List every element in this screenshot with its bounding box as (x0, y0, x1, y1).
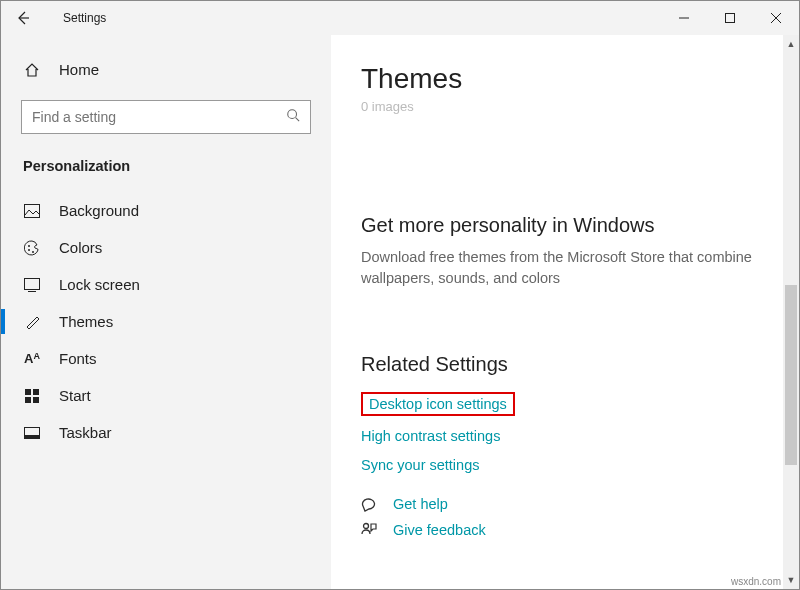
svg-point-7 (28, 245, 30, 247)
maximize-icon (725, 13, 735, 23)
maximize-button[interactable] (707, 1, 753, 35)
partial-scroll-text: 0 images (361, 99, 769, 114)
scrollbar[interactable]: ▲ ▼ (783, 35, 799, 589)
home-link[interactable]: Home (1, 53, 331, 86)
svg-rect-12 (25, 389, 31, 395)
related-heading: Related Settings (361, 353, 769, 376)
svg-rect-13 (33, 389, 39, 395)
close-button[interactable] (753, 1, 799, 35)
section-body: Download free themes from the Microsoft … (361, 247, 769, 289)
minimize-button[interactable] (661, 1, 707, 35)
sidebar-item-label: Background (59, 202, 139, 219)
link-feedback[interactable]: Give feedback (393, 522, 486, 538)
sidebar-item-label: Start (59, 387, 91, 404)
sidebar-item-fonts[interactable]: AA Fonts (1, 340, 331, 377)
lockscreen-icon (23, 278, 41, 292)
page-title: Themes (361, 63, 769, 95)
main-content: Themes 0 images Get more personality in … (331, 35, 799, 589)
sidebar-item-label: Fonts (59, 350, 97, 367)
search-icon (286, 108, 300, 126)
titlebar: Settings (1, 1, 799, 35)
svg-point-18 (364, 524, 369, 529)
scroll-up-arrow[interactable]: ▲ (783, 35, 799, 53)
svg-point-8 (28, 249, 30, 251)
back-button[interactable] (1, 1, 45, 35)
feedback-icon (361, 522, 379, 538)
svg-rect-14 (25, 397, 31, 403)
close-icon (771, 13, 781, 23)
svg-rect-17 (25, 435, 39, 438)
help-icon (361, 496, 379, 512)
search-input[interactable] (32, 109, 286, 125)
sidebar-item-label: Themes (59, 313, 113, 330)
window-title: Settings (63, 11, 106, 25)
arrow-left-icon (15, 10, 31, 26)
home-icon (23, 62, 41, 78)
svg-point-9 (32, 251, 34, 253)
palette-icon (23, 240, 41, 256)
link-get-help[interactable]: Get help (393, 496, 448, 512)
watermark: wsxdn.com (731, 576, 781, 587)
svg-rect-1 (726, 14, 735, 23)
sidebar: Home Personalization Background Colors L… (1, 35, 331, 589)
scroll-thumb[interactable] (785, 285, 797, 465)
svg-rect-6 (25, 204, 40, 217)
svg-point-4 (288, 110, 297, 119)
svg-rect-15 (33, 397, 39, 403)
minimize-icon (679, 13, 689, 23)
category-title: Personalization (1, 152, 331, 192)
link-high-contrast-settings[interactable]: High contrast settings (361, 428, 500, 444)
fonts-icon: AA (23, 351, 41, 366)
scroll-down-arrow[interactable]: ▼ (783, 571, 799, 589)
sidebar-item-lockscreen[interactable]: Lock screen (1, 266, 331, 303)
sidebar-item-start[interactable]: Start (1, 377, 331, 414)
search-box[interactable] (21, 100, 311, 134)
brush-icon (23, 314, 41, 330)
svg-rect-10 (25, 278, 40, 289)
home-label: Home (59, 61, 99, 78)
link-desktop-icon-settings[interactable]: Desktop icon settings (361, 392, 515, 416)
section-title: Get more personality in Windows (361, 214, 769, 237)
sidebar-item-background[interactable]: Background (1, 192, 331, 229)
sidebar-item-label: Taskbar (59, 424, 112, 441)
window-controls (661, 1, 799, 35)
start-icon (23, 389, 41, 403)
link-sync-settings[interactable]: Sync your settings (361, 457, 479, 473)
sidebar-item-label: Colors (59, 239, 102, 256)
sidebar-item-themes[interactable]: Themes (1, 303, 331, 340)
sidebar-item-taskbar[interactable]: Taskbar (1, 414, 331, 451)
taskbar-icon (23, 427, 41, 439)
sidebar-item-colors[interactable]: Colors (1, 229, 331, 266)
svg-line-5 (296, 118, 300, 122)
picture-icon (23, 204, 41, 218)
sidebar-item-label: Lock screen (59, 276, 140, 293)
